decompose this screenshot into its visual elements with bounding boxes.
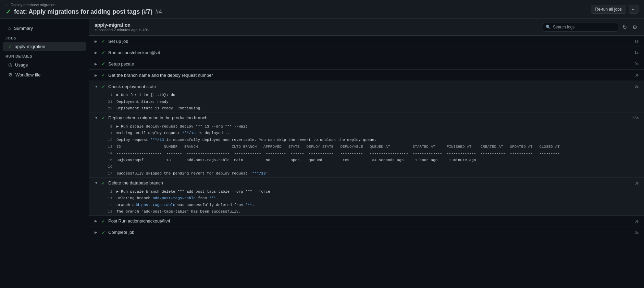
log-line: 13 The branch "add-post-tags-table" has … (89, 208, 644, 215)
step-check-deployment: ▼ ✓ Check deployment state 0s 1 ▶ Run fo… (89, 81, 644, 112)
log-line: 21 Deployment State: ready (89, 99, 644, 106)
top-bar-right: Re-run all jobs ··· (591, 5, 639, 14)
step-check-deployment-logs: 1 ▶ Run for i in {1..10}; do 21 Deployme… (89, 92, 644, 112)
sidebar-item-apply-migration[interactable]: ✓ apply-migration (3, 42, 86, 51)
step-duration: 1s (634, 39, 639, 43)
step-duration: 0s (634, 62, 639, 66)
step-success-icon: ✓ (101, 230, 106, 235)
log-line: 22 Deployment state is ready. Continuing… (89, 105, 644, 112)
log-line: 17 Successfully skipped the pending reve… (89, 170, 644, 177)
step-success-icon: ✓ (101, 115, 106, 121)
home-icon: ⌂ (8, 25, 11, 31)
job-item-label: apply-migration (15, 44, 45, 49)
usage-icon: ◷ (8, 62, 12, 68)
step-label: Post Run actions/checkout@v4 (108, 218, 632, 224)
step-success-icon: ✓ (101, 50, 106, 55)
main-layout: ⌂ Summary Jobs ✓ apply-migration Run det… (0, 19, 644, 288)
job-status: succeeded 2 minutes ago in 40s (95, 28, 149, 32)
step-success-icon: ✓ (101, 72, 106, 78)
back-arrow-icon: ← (5, 3, 9, 7)
step-success-icon: ✓ (101, 218, 106, 224)
chevron-right-icon: ▶ (95, 230, 99, 234)
rerun-all-jobs-button[interactable]: Re-run all jobs (591, 5, 626, 14)
refresh-button[interactable]: ↻ (621, 23, 628, 32)
step-check-deployment-header[interactable]: ▼ ✓ Check deployment state 0s (89, 81, 644, 92)
step-label: Deploy schema migration in the productio… (108, 115, 630, 120)
step-success-icon: ✓ (101, 180, 106, 186)
step-delete-branch-header[interactable]: ▼ ✓ Delete the database branch 0s (89, 178, 644, 189)
content-area: apply-migration succeeded 2 minutes ago … (89, 19, 644, 288)
top-bar: ← Deploy database migration ✓ feat: Appl… (0, 0, 644, 19)
success-check-icon: ✓ (5, 8, 11, 16)
step-label: Run actions/checkout@v4 (108, 50, 632, 55)
step-duration: 35s (632, 116, 639, 120)
step-set-up-job: ▶ ✓ Set up job 1s (89, 36, 644, 47)
step-label: Get the branch name and the deploy reque… (108, 73, 632, 78)
step-set-up-job-header[interactable]: ▶ ✓ Set up job 1s (89, 36, 644, 47)
step-setup-pscale: ▶ ✓ Setup pscale 0s (89, 58, 644, 70)
log-line: 1 ▶ Run for i in {1..10}; do (89, 92, 644, 99)
chevron-right-icon: ▶ (95, 219, 99, 223)
breadcrumb[interactable]: ← Deploy database migration (5, 3, 162, 7)
step-label: Setup pscale (108, 61, 632, 67)
step-label: Complete job (108, 230, 632, 235)
search-input[interactable] (543, 23, 618, 32)
step-label: Set up job (108, 39, 632, 44)
sidebar-summary-label: Summary (14, 26, 33, 31)
sidebar-item-usage[interactable]: ◷ Usage (3, 60, 86, 70)
chevron-down-icon: ▼ (95, 116, 99, 120)
job-header-actions: 🔍 ↻ ⚙ (543, 23, 639, 32)
step-checkout: ▶ ✓ Run actions/checkout@v4 1s (89, 47, 644, 58)
step-complete-job-header[interactable]: ▶ ✓ Complete job 0s (89, 227, 644, 238)
log-line: 15 3uj9xo9tbqsf 13 add-post-tags-table m… (89, 157, 644, 164)
step-deploy-schema-logs: 1 ▶ Run pscale deploy-request deploy ***… (89, 123, 644, 177)
step-label: Check deployment state (108, 84, 632, 89)
step-label: Delete the database branch (108, 180, 632, 185)
sidebar: ⌂ Summary Jobs ✓ apply-migration Run det… (0, 19, 89, 288)
log-line: 13 ID NUMBER BRANCH INTO BRANCH APPROVED… (89, 144, 644, 151)
step-post-checkout-header[interactable]: ▶ ✓ Post Run actions/checkout@v4 0s (89, 216, 644, 227)
log-line: 11 Deleting branch add-post-tags-table f… (89, 195, 644, 202)
step-duration: 0s (634, 230, 639, 235)
step-get-branch-header[interactable]: ▶ ✓ Get the branch name and the deploy r… (89, 70, 644, 81)
jobs-section-label: Jobs (0, 33, 89, 41)
step-deploy-schema-header[interactable]: ▼ ✓ Deploy schema migration in the produ… (89, 112, 644, 123)
step-setup-pscale-header[interactable]: ▶ ✓ Setup pscale 0s (89, 58, 644, 69)
job-name: apply-migration (95, 22, 149, 28)
search-wrapper: 🔍 (543, 23, 618, 32)
step-success-icon: ✓ (101, 38, 106, 44)
log-line: 1 ▶ Run pscale deploy-request deploy ***… (89, 123, 644, 130)
step-duration: 0s (634, 73, 639, 77)
page-title: ✓ feat: Apply migrations for adding post… (5, 8, 162, 16)
step-complete-job: ▶ ✓ Complete job 0s (89, 227, 644, 238)
step-success-icon: ✓ (101, 84, 106, 89)
step-post-checkout: ▶ ✓ Post Run actions/checkout@v4 0s (89, 216, 644, 227)
job-header: apply-migration succeeded 2 minutes ago … (89, 19, 644, 36)
top-bar-left: ← Deploy database migration ✓ feat: Appl… (5, 3, 162, 16)
chevron-right-icon: ▶ (95, 62, 99, 66)
log-line: 11 Waiting until deploy request ***/13 i… (89, 130, 644, 137)
step-checkout-header[interactable]: ▶ ✓ Run actions/checkout@v4 1s (89, 47, 644, 58)
log-line: 14 -------------------- ------- --------… (89, 150, 644, 157)
settings-button[interactable]: ⚙ (631, 23, 639, 32)
log-line: 12 Branch add-post-tags-table was succes… (89, 202, 644, 209)
step-delete-branch-logs: 1 ▶ Run pscale branch delete *** add-pos… (89, 189, 644, 215)
step-duration: 1s (634, 50, 639, 55)
breadcrumb-text: Deploy database migration (11, 3, 55, 7)
more-options-button[interactable]: ··· (629, 5, 639, 14)
chevron-right-icon: ▶ (95, 51, 99, 55)
pipeline-title: feat: Apply migrations for adding post t… (14, 8, 152, 15)
log-line: 1 ▶ Run pscale branch delete *** add-pos… (89, 189, 644, 195)
sidebar-item-workflow[interactable]: ⚙ Workflow file (3, 70, 86, 80)
job-success-icon: ✓ (8, 44, 12, 49)
workflow-icon: ⚙ (8, 72, 13, 77)
usage-label: Usage (15, 62, 28, 68)
step-deploy-schema: ▼ ✓ Deploy schema migration in the produ… (89, 112, 644, 178)
workflow-label: Workflow file (15, 72, 40, 77)
step-success-icon: ✓ (101, 61, 106, 67)
step-delete-db-branch: ▼ ✓ Delete the database branch 0s 1 ▶ Ru… (89, 178, 644, 216)
sidebar-item-summary[interactable]: ⌂ Summary (3, 23, 86, 33)
step-get-branch-name: ▶ ✓ Get the branch name and the deploy r… (89, 70, 644, 81)
chevron-down-icon: ▼ (95, 85, 99, 88)
log-line: 12 Deploy request ***/13 is successfully… (89, 137, 644, 144)
